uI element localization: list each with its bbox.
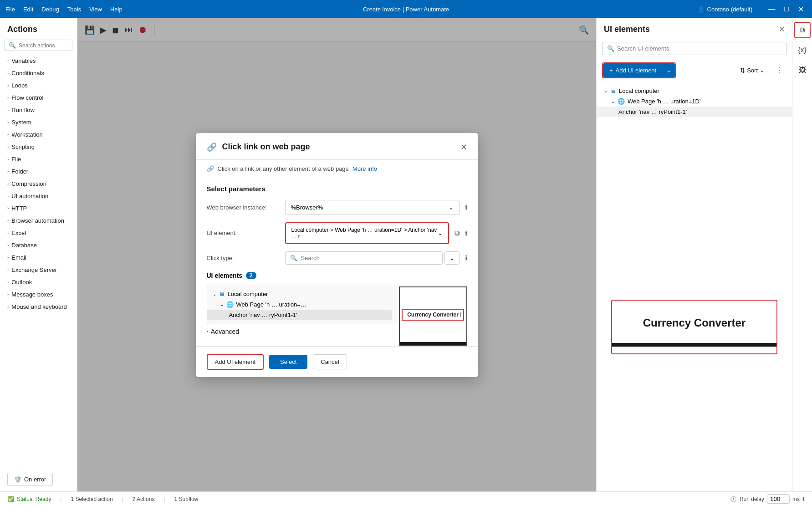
info-icon[interactable]: ℹ (465, 204, 467, 211)
menu-edit[interactable]: Edit (23, 6, 33, 13)
ms-label: ms (792, 496, 800, 502)
action-label: System (11, 119, 31, 126)
menu-help[interactable]: Help (110, 6, 123, 13)
action-label: Variables (11, 57, 36, 64)
modal-title: Click link on web page (222, 142, 455, 152)
tree-local-computer[interactable]: ⌄ 🖥 Local computer (597, 86, 792, 96)
ui-elements-close-button[interactable]: ✕ (779, 25, 785, 34)
preview-currency-box: Currency Converter (402, 309, 464, 321)
menu-view[interactable]: View (89, 6, 102, 13)
action-item-system[interactable]: ›System (0, 116, 77, 128)
cancel-button[interactable]: Cancel (313, 354, 347, 369)
action-item-flow-control[interactable]: ›Flow control (0, 92, 77, 104)
select-button[interactable]: Select (269, 355, 307, 369)
action-label: Exchange Server (11, 266, 57, 273)
click-type-input[interactable] (301, 255, 438, 261)
action-item-outlook[interactable]: ›Outlook (0, 276, 77, 288)
chevron-icon: › (7, 120, 9, 125)
status-ready: ✅ Status: Ready (7, 496, 51, 502)
chevron-right-icon: › (207, 329, 208, 334)
variables-panel-button[interactable]: {x} (794, 42, 811, 58)
action-label: Email (11, 254, 26, 261)
action-item-mouse-keyboard[interactable]: ›Mouse and keyboard (0, 301, 77, 313)
chevron-down-icon: ⌄ (213, 291, 216, 296)
user-label: 👤Contoso (default) (697, 6, 753, 13)
chevron-down-icon: ⌄ (604, 88, 608, 93)
more-options-button[interactable]: ⋮ (772, 64, 786, 77)
action-label: Mouse and keyboard (11, 303, 66, 310)
modal-close-button[interactable]: ✕ (460, 142, 467, 152)
modal-tree-local-computer[interactable]: ⌄ 🖥 Local computer (207, 289, 392, 299)
action-item-conditionals[interactable]: ›Conditionals (0, 67, 77, 79)
search-actions-input[interactable] (19, 42, 68, 49)
action-label: Workstation (11, 131, 42, 138)
web-browser-select[interactable]: %Browser% ⌄ (285, 200, 460, 215)
action-list: ›Variables ›Conditionals ›Loops ›Flow co… (0, 55, 77, 467)
info-icon[interactable]: ℹ (802, 496, 805, 502)
chevron-icon: › (7, 83, 9, 88)
ui-elements-search-bar[interactable]: 🔍 (602, 42, 786, 55)
info-icon3[interactable]: ℹ (465, 254, 467, 261)
ui-elements-search-input[interactable] (617, 45, 781, 52)
preview-thumbnail: Currency Converter I (399, 286, 467, 346)
run-delay-input[interactable] (767, 494, 790, 504)
action-item-file[interactable]: ›File (0, 153, 77, 165)
search-icon: 🔍 (9, 42, 16, 49)
on-error-button[interactable]: 🛡️ On error (7, 473, 53, 486)
menu-file[interactable]: File (5, 6, 15, 13)
ui-element-label: UI element: (207, 230, 280, 236)
info-icon2[interactable]: ℹ (465, 230, 467, 237)
action-item-browser-automation[interactable]: ›Browser automation (0, 215, 77, 227)
action-item-folder[interactable]: ›Folder (0, 165, 77, 178)
web-page-label: Web Page 'h … uration=1D' (628, 98, 700, 105)
action-item-run-flow[interactable]: ›Run flow (0, 104, 77, 116)
click-type-dropdown-button[interactable]: ⌄ (444, 251, 460, 265)
action-item-scripting[interactable]: ›Scripting (0, 141, 77, 153)
action-label: Browser automation (11, 217, 64, 224)
local-computer-label: Local computer (228, 291, 268, 297)
click-type-search[interactable]: 🔍 (285, 251, 443, 265)
tree-web-page[interactable]: ⌄ 🌐 Web Page 'h … uration=1D' (597, 96, 792, 107)
add-ui-element-button[interactable]: Add UI element (207, 354, 264, 370)
monitor-icon: 🖥 (219, 291, 225, 297)
more-info-link[interactable]: More info (352, 165, 377, 172)
menu-debug[interactable]: Debug (41, 6, 59, 13)
advanced-toggle[interactable]: › Advanced (207, 328, 392, 335)
chevron-icon: › (7, 58, 9, 63)
tree-anchor[interactable]: Anchor 'nav … ryPoint1-1' (597, 107, 792, 117)
actions-search-bar[interactable]: 🔍 (5, 40, 72, 51)
minimize-button[interactable]: — (765, 5, 778, 14)
action-item-loops[interactable]: ›Loops (0, 79, 77, 92)
modal-tree-web-page[interactable]: ⌄ 🌐 Web Page 'h … uration=… (207, 299, 392, 310)
action-item-variables[interactable]: ›Variables (0, 55, 77, 67)
chevron-down-icon: ⌄ (220, 302, 224, 307)
actions-panel: Actions 🔍 ›Variables ›Conditionals ›Loop… (0, 18, 77, 491)
action-item-message-boxes[interactable]: ›Message boxes (0, 288, 77, 301)
action-item-compression[interactable]: ›Compression (0, 178, 77, 190)
sort-icon: ⇅ (740, 67, 745, 74)
close-button[interactable]: ✕ (795, 5, 807, 14)
modal-tree-anchor[interactable]: Anchor 'nav … ryPoint1-1' (207, 310, 392, 320)
action-item-exchange[interactable]: ›Exchange Server (0, 264, 77, 276)
action-item-database[interactable]: ›Database (0, 239, 77, 251)
chevron-down-icon: ⌄ (611, 99, 615, 104)
currency-preview-inner: Currency Converter (612, 307, 776, 338)
sort-button[interactable]: ⇅ Sort ⌄ (736, 64, 768, 77)
action-item-http[interactable]: ›HTTP (0, 202, 77, 215)
status-text: Status: Ready (17, 496, 51, 502)
action-item-ui-automation[interactable]: ›UI automation (0, 190, 77, 202)
ui-element-select[interactable]: Local computer > Web Page 'h … uration=1… (285, 222, 449, 244)
chevron-icon: › (7, 280, 9, 285)
add-ui-element-button[interactable]: + Add UI element (603, 63, 663, 77)
action-item-workstation[interactable]: ›Workstation (0, 128, 77, 141)
actions-count-text: 2 Actions (133, 496, 155, 502)
add-ui-dropdown-button[interactable]: ⌄ (663, 63, 675, 77)
menu-tools[interactable]: Tools (67, 6, 81, 13)
layers-panel-button[interactable]: ⧉ (794, 22, 811, 38)
action-item-email[interactable]: ›Email (0, 251, 77, 264)
action-item-excel[interactable]: ›Excel (0, 227, 77, 239)
layers-icon[interactable]: ⧉ (455, 229, 460, 237)
maximize-button[interactable]: □ (781, 5, 792, 14)
image-panel-button[interactable]: 🖼 (794, 62, 811, 78)
chevron-icon: › (7, 292, 9, 297)
